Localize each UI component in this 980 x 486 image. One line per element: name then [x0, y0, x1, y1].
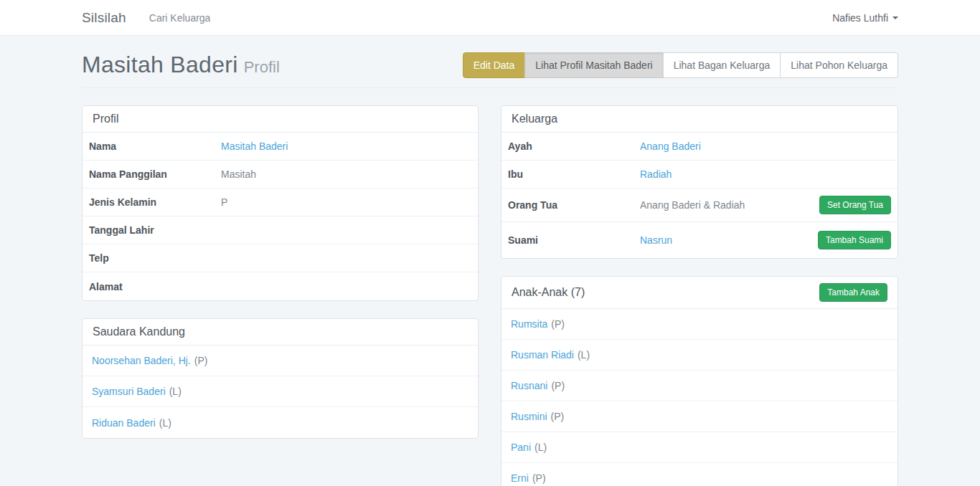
saudara-kandung-panel: Saudara Kandung Noorsehan Baderi, Hj. (P… — [82, 318, 479, 439]
child-link[interactable]: Rumsita — [511, 318, 547, 330]
sibling-link[interactable]: Syamsuri Baderi — [92, 386, 166, 397]
user-name: Nafies Luthfi — [832, 12, 888, 24]
gender-label: (P) — [551, 411, 565, 422]
top-navbar: Silsilah Cari Keluarga Nafies Luthfi — [0, 0, 980, 36]
suami-link[interactable]: Nasrun — [640, 234, 672, 246]
list-item: Syamsuri Baderi (L) — [83, 376, 478, 407]
lihat-pohon-keluarga-button[interactable]: Lihat Pohon Keluarga — [780, 52, 898, 78]
field-label: Ayah — [508, 140, 640, 152]
profile-action-button-group: Edit Data Lihat Profil Masitah Baderi Li… — [463, 52, 898, 78]
user-menu-dropdown[interactable]: Nafies Luthfi — [832, 12, 898, 24]
gender-label: (P) — [551, 380, 565, 391]
table-row: Orang Tua Anang Baderi & Radiah Set Oran… — [501, 189, 897, 222]
table-row: Ibu Radiah — [501, 161, 897, 189]
sibling-link[interactable]: Riduan Baderi — [92, 417, 156, 429]
nama-link[interactable]: Masitah Baderi — [221, 140, 288, 152]
gender-label: (L) — [578, 349, 590, 361]
tambah-suami-button[interactable]: Tambah Suami — [818, 231, 891, 249]
profil-panel-title: Profil — [83, 106, 478, 133]
page-title: Masitah Baderi — [82, 52, 238, 77]
list-item: Riduan Baderi (L) — [83, 407, 478, 438]
field-label: Orang Tua — [508, 199, 640, 211]
child-link[interactable]: Pani — [511, 442, 531, 453]
field-label: Jenis Kelamin — [89, 196, 221, 208]
edit-data-button[interactable]: Edit Data — [463, 52, 526, 78]
anak-anak-panel: Anak-Anak (7) Tambah Anak Rumsita (P) Ru… — [501, 276, 898, 486]
table-row: Alamat — [83, 272, 478, 300]
page-subtitle: Profil — [244, 58, 280, 76]
lihat-bagan-keluarga-button[interactable]: Lihat Bagan Keluarga — [663, 52, 781, 78]
gender-label: (P) — [532, 472, 546, 484]
field-label: Ibu — [508, 168, 640, 180]
field-value: Masitah — [221, 168, 256, 180]
ayah-link[interactable]: Anang Baderi — [640, 140, 701, 152]
set-orang-tua-button[interactable]: Set Orang Tua — [819, 196, 891, 214]
sibling-link[interactable]: Noorsehan Baderi, Hj. — [92, 355, 191, 366]
field-label: Nama Panggilan — [89, 168, 221, 180]
child-link[interactable]: Rusman Riadi — [511, 349, 574, 361]
gender-label: (P) — [551, 318, 565, 330]
chevron-down-icon — [892, 16, 898, 19]
table-row: Suami Nasrun Tambah Suami — [501, 222, 897, 258]
list-item: Pani (L) — [501, 432, 897, 463]
lihat-profil-button[interactable]: Lihat Profil Masitah Baderi — [524, 52, 663, 78]
table-row: Nama Masitah Baderi — [83, 133, 478, 161]
keluarga-panel: Keluarga Ayah Anang Baderi Ibu Radiah Or… — [501, 105, 898, 259]
gender-label: (L) — [169, 386, 182, 397]
profil-panel: Profil Nama Masitah Baderi Nama Panggila… — [82, 105, 479, 301]
list-item: Rusmini (P) — [501, 401, 897, 432]
field-value: Anang Baderi & Radiah — [640, 199, 745, 211]
page-header: Masitah BaderiProfil Edit Data Lihat Pro… — [82, 52, 898, 88]
table-row: Jenis Kelamin P — [83, 189, 478, 216]
list-item: Rusman Riadi (L) — [501, 340, 897, 371]
table-row: Telp — [83, 244, 478, 272]
tambah-anak-button[interactable]: Tambah Anak — [819, 283, 887, 302]
field-label: Tanggal Lahir — [89, 224, 221, 236]
field-label: Telp — [89, 252, 221, 264]
keluarga-panel-title: Keluarga — [501, 106, 897, 133]
field-label: Nama — [89, 140, 221, 152]
anak-anak-panel-title: Anak-Anak (7) — [512, 286, 585, 299]
list-item: Noorsehan Baderi, Hj. (P) — [83, 346, 478, 376]
page-title-block: Masitah BaderiProfil — [82, 52, 280, 78]
field-label: Alamat — [89, 281, 221, 292]
table-row: Tanggal Lahir — [83, 216, 478, 244]
child-link[interactable]: Rusmini — [511, 411, 547, 422]
child-link[interactable]: Erni — [511, 472, 529, 484]
gender-label: (P) — [194, 355, 208, 366]
list-item: Rusnani (P) — [501, 371, 897, 401]
list-item: Rumsita (P) — [501, 309, 897, 340]
list-item: Erni (P) — [501, 463, 897, 486]
gender-label: (L) — [534, 442, 547, 453]
field-value: P — [221, 196, 227, 208]
field-label: Suami — [508, 234, 640, 246]
table-row: Nama Panggilan Masitah — [83, 161, 478, 189]
gender-label: (L) — [159, 417, 171, 429]
ibu-link[interactable]: Radiah — [640, 168, 672, 180]
nav-item-cari-keluarga[interactable]: Cari Keluarga — [149, 12, 211, 24]
saudara-kandung-panel-title: Saudara Kandung — [83, 319, 478, 346]
brand-silsilah[interactable]: Silsilah — [82, 10, 126, 26]
table-row: Ayah Anang Baderi — [501, 133, 897, 161]
child-link[interactable]: Rusnani — [511, 380, 547, 391]
